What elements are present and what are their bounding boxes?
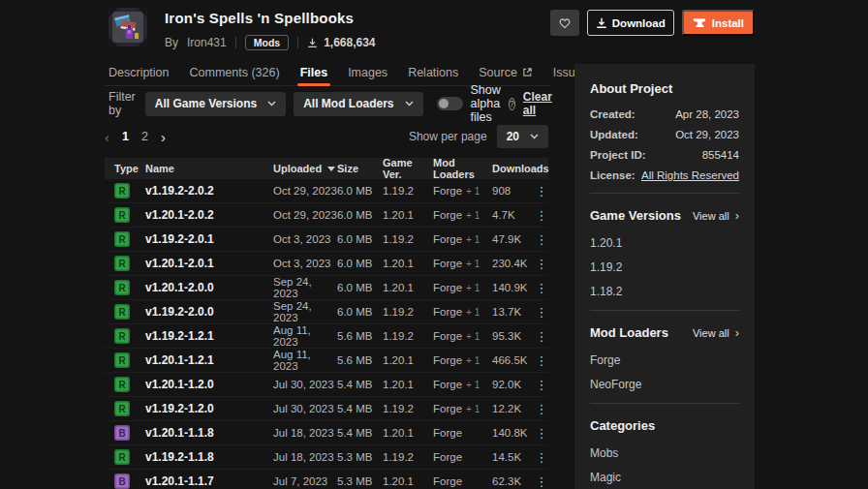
mod-loader-item[interactable]: Forge (590, 353, 739, 367)
file-name-cell: v1.19.2-2.0.0 (145, 305, 273, 319)
file-mod-loaders-cell: Forge+ 1 (433, 330, 492, 342)
file-uploaded-cell: Jul 18, 2023 (273, 427, 337, 439)
file-uploaded-cell: Oct 3, 2023 (273, 233, 337, 245)
file-name-link[interactable]: v1.20.1-2.0.0 (145, 281, 214, 294)
column-header-label: Uploaded (273, 163, 322, 174)
download-icon (596, 17, 607, 29)
kebab-menu-icon[interactable]: ⋮ (536, 378, 548, 392)
file-name-link[interactable]: v1.20.1-2.0.1 (145, 257, 214, 270)
author-link[interactable]: Iron431 (187, 36, 227, 49)
mod-loaders-view-all[interactable]: View all › (693, 326, 739, 339)
file-name-link[interactable]: v1.19.2-1.1.8 (145, 450, 214, 464)
file-type-cell: R (105, 207, 145, 223)
file-game-version-cell: 1.20.1 (383, 354, 433, 366)
kebab-menu-icon[interactable]: ⋮ (536, 281, 548, 295)
file-name-link[interactable]: v1.19.2-1.2.0 (145, 402, 214, 415)
kebab-menu-icon[interactable]: ⋮ (536, 474, 548, 489)
kebab-menu-icon[interactable]: ⋮ (536, 426, 548, 441)
kebab-menu-icon[interactable]: ⋮ (536, 353, 548, 368)
kebab-menu-icon[interactable]: ⋮ (536, 450, 548, 465)
kebab-menu-icon[interactable]: ⋮ (536, 184, 548, 199)
next-page-icon[interactable]: › (161, 130, 166, 144)
file-size-cell: 5.3 MB (337, 451, 383, 463)
file-actions-cell: ⋮ (535, 475, 548, 488)
file-name-link[interactable]: v1.19.2-2.0.1 (145, 232, 214, 246)
per-page-dropdown[interactable]: 20 (497, 125, 548, 148)
file-name-link[interactable]: v1.20.1-1.1.7 (145, 474, 214, 488)
category-item[interactable]: Magic (590, 471, 739, 484)
file-size-cell: 5.6 MB (337, 330, 383, 342)
file-type-cell: R (105, 352, 145, 368)
license-link[interactable]: All Rights Reserved (641, 169, 739, 181)
show-alpha-toggle[interactable] (437, 97, 463, 110)
file-mod-loaders-cell: Forge (433, 451, 492, 463)
page-number-1[interactable]: 1 (122, 130, 129, 143)
file-name-cell: v1.19.2-1.2.1 (145, 329, 273, 343)
about-row: Created:Apr 28, 2023 (590, 108, 739, 120)
release-badge: R (114, 304, 130, 320)
file-downloads-cell: 230.4K (492, 258, 535, 269)
loader-name: Forge (433, 306, 462, 318)
file-game-version-cell: 1.20.1 (383, 258, 433, 269)
file-size-cell: 5.4 MB (337, 379, 383, 390)
about-row: License:All Rights Reserved (590, 169, 739, 181)
clear-all-link[interactable]: Clear all (523, 90, 552, 117)
category-item[interactable]: Mobs (590, 446, 739, 460)
file-downloads-cell: 95.3K (492, 330, 535, 342)
game-version-item[interactable]: 1.18.2 (590, 285, 739, 298)
sort-descending-icon (327, 167, 335, 171)
file-name-link[interactable]: v1.19.2-1.2.1 (145, 329, 214, 343)
kebab-menu-icon[interactable]: ⋮ (536, 305, 548, 320)
kebab-menu-icon[interactable]: ⋮ (536, 402, 548, 416)
column-header-label: Size (337, 163, 358, 174)
page-title: Iron's Spells 'n Spellbooks (165, 10, 376, 26)
download-button[interactable]: Download (587, 10, 674, 36)
tab-images[interactable]: Images (348, 59, 388, 85)
column-header-game-ver[interactable]: Game Ver. (383, 157, 433, 180)
column-header-uploaded[interactable]: Uploaded (273, 163, 337, 174)
install-button[interactable]: Install (682, 10, 755, 36)
column-header-name[interactable]: Name (145, 163, 273, 174)
column-header-size[interactable]: Size (337, 163, 383, 174)
prev-page-icon[interactable]: ‹ (105, 130, 109, 144)
tab-label: Comments (326) (190, 66, 280, 79)
tab-relations[interactable]: Relations (408, 59, 458, 85)
file-name-link[interactable]: v1.20.1-1.1.8 (145, 426, 214, 440)
page-number-2[interactable]: 2 (141, 130, 148, 143)
file-downloads-cell: 47.9K (492, 233, 535, 245)
mod-loader-item[interactable]: NeoForge (590, 378, 739, 391)
column-header-mod-loaders[interactable]: Mod Loaders (433, 157, 492, 180)
favorite-button[interactable] (550, 10, 579, 36)
game-version-item[interactable]: 1.19.2 (590, 260, 739, 274)
file-row: Rv1.19.2-1.2.1Aug 11, 20235.6 MB1.19.2Fo… (105, 324, 548, 349)
file-name-link[interactable]: v1.20.1-1.2.1 (145, 353, 214, 367)
kebab-menu-icon[interactable]: ⋮ (536, 208, 548, 223)
file-type-cell: R (105, 231, 145, 247)
loader-name: Forge (433, 354, 462, 366)
file-row: Rv1.20.1-2.0.0Sep 24, 20236.0 MB1.20.1Fo… (105, 276, 548, 300)
tab-source[interactable]: Source (479, 59, 533, 85)
tab-files[interactable]: Files (300, 59, 328, 85)
column-header-downloads[interactable]: Downloads (492, 163, 535, 174)
game-version-item[interactable]: 1.20.1 (590, 236, 739, 250)
mod-loaders-dropdown[interactable]: All Mod Loaders (294, 92, 422, 116)
chevron-down-icon (405, 101, 414, 107)
download-count: 1,668,634 (307, 36, 375, 49)
file-downloads-cell: 908 (492, 185, 535, 197)
kebab-menu-icon[interactable]: ⋮ (536, 257, 548, 271)
mods-category-badge[interactable]: Mods (245, 35, 289, 50)
help-icon[interactable]: ? (509, 98, 515, 110)
column-header-type[interactable]: Type (105, 163, 145, 174)
file-name-link[interactable]: v1.20.1-1.2.0 (145, 378, 214, 391)
file-name-link[interactable]: v1.19.2-2.0.2 (145, 184, 214, 198)
tab-comments-326[interactable]: Comments (326) (190, 59, 280, 85)
file-name-link[interactable]: v1.20.1-2.0.2 (145, 208, 214, 222)
tab-description[interactable]: Description (108, 59, 170, 85)
file-size-cell: 5.3 MB (337, 475, 383, 487)
game-versions-view-all[interactable]: View all › (693, 209, 739, 222)
file-name-link[interactable]: v1.19.2-2.0.0 (145, 305, 214, 319)
game-versions-dropdown[interactable]: All Game Versions (145, 92, 286, 116)
kebab-menu-icon[interactable]: ⋮ (536, 329, 548, 344)
kebab-menu-icon[interactable]: ⋮ (536, 232, 548, 247)
about-row: Updated:Oct 29, 2023 (590, 129, 739, 140)
